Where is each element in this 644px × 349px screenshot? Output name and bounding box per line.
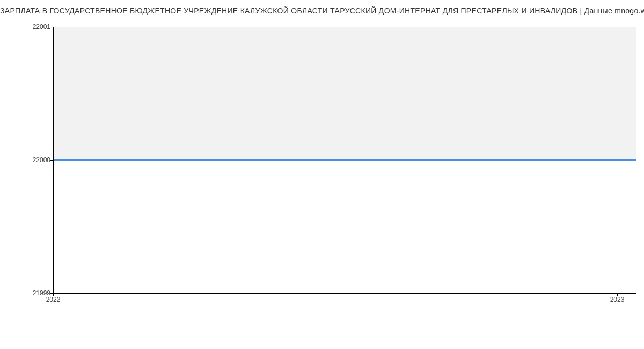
chart-container: ЗАРПЛАТА В ГОСУДАРСТВЕННОЕ БЮДЖЕТНОЕ УЧР… <box>0 0 644 349</box>
chart-title: ЗАРПЛАТА В ГОСУДАРСТВЕННОЕ БЮДЖЕТНОЕ УЧР… <box>0 6 644 15</box>
y-tick-label: 22000 <box>33 156 50 164</box>
data-line <box>54 159 636 161</box>
plot-area <box>53 27 636 294</box>
grid-band <box>54 27 636 160</box>
x-tick-label: 2022 <box>46 296 61 303</box>
x-tick-label: 2023 <box>610 296 625 303</box>
y-tick-label: 22001 <box>33 23 50 31</box>
